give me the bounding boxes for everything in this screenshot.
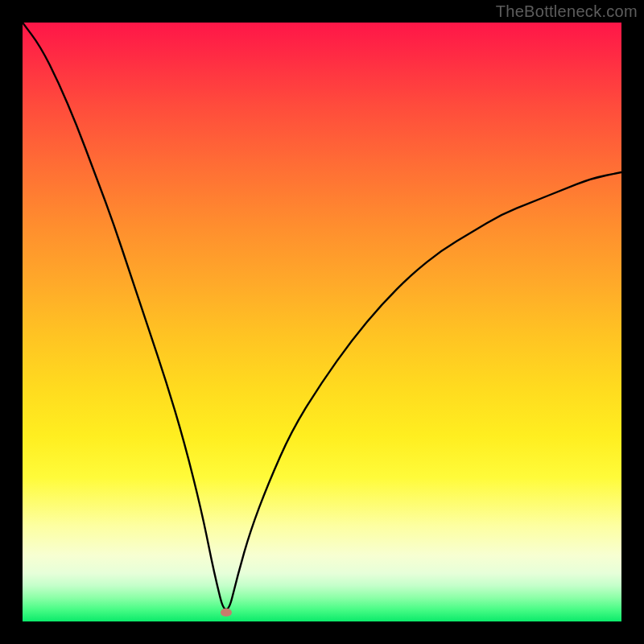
watermark-text: TheBottleneck.com [496, 2, 638, 21]
chart-frame: TheBottleneck.com [0, 0, 644, 644]
optimum-marker [221, 609, 232, 617]
curve-svg [23, 23, 621, 621]
plot-area [23, 23, 621, 621]
bottleneck-curve [23, 23, 621, 609]
